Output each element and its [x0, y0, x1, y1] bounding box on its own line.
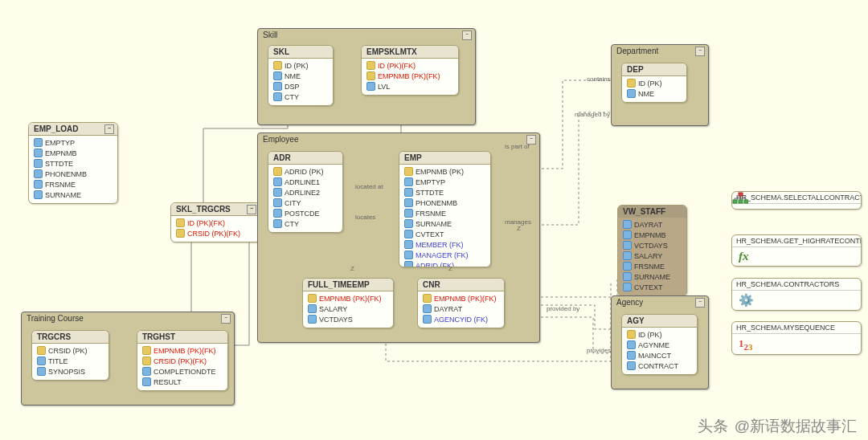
entity-body: CRSID (PK)TITLESYNOPSIS: [32, 344, 108, 380]
group-skill[interactable]: Skill− SKL ID (PK)NMEDSPCTY EMPSKLMTX ID…: [257, 28, 476, 125]
column: ID (PK): [627, 330, 692, 340]
column: VCTDAYS: [623, 241, 682, 251]
column: DAYRAT: [423, 304, 499, 315]
schema-object[interactable]: HR_SCHEMA.CONTRACTORS⚙️: [731, 278, 862, 311]
column: STTDTE: [34, 159, 113, 169]
minimize-icon[interactable]: −: [695, 298, 705, 308]
column: ID (PK): [627, 79, 682, 89]
column: CRSID (PK): [37, 346, 104, 356]
entity-emp[interactable]: EMP EMPNMB (PK)EMPTYPSTTDTEPHONENMBFRSNM…: [399, 151, 491, 267]
column: EMPNMB (PK)(FK): [366, 71, 453, 82]
schema-type-icon: 123: [732, 334, 861, 354]
column: POSTCDE: [273, 209, 338, 219]
column: DAYRAT: [623, 220, 682, 230]
schema-object[interactable]: HR_SCHEMA.SELECTALLCONTRACTORS: [731, 191, 862, 210]
column: MAINCCT: [627, 351, 692, 361]
entity-header: EMP: [399, 152, 490, 165]
entity-trghst[interactable]: TRGHST EMPNMB (PK)(FK)CRSID (PK)(FK)COMP…: [137, 330, 228, 391]
column: EMPNMB (PK): [404, 167, 485, 177]
column: ID (PK): [273, 61, 328, 71]
column: RESULT: [142, 377, 223, 388]
schema-type-icon: [732, 204, 861, 209]
column: EMPNMB: [623, 230, 682, 241]
entity-trgcrs[interactable]: TRGCRS CRSID (PK)TITLESYNOPSIS: [31, 330, 109, 381]
column: ADRID (PK): [273, 167, 338, 177]
entity-body: EMPNMB (PK)(FK)DAYRATAGENCYID (FK): [418, 291, 504, 328]
column: SURNAME: [404, 219, 485, 230]
column: CRSID (PK)(FK): [142, 356, 223, 367]
watermark: 头条@新语数据故事汇: [698, 416, 857, 437]
entity-skl-trgcrs[interactable]: SKL_TRGCRS− ID (PK)(FK)CRSID (PK)(FK): [170, 202, 260, 242]
column: AGYNME: [627, 340, 692, 351]
column: EMPNMB (PK)(FK): [423, 294, 499, 304]
schema-name: HR_SCHEMA.CONTRACTORS: [732, 279, 861, 291]
entity-body: ID (PK)NME: [622, 76, 686, 102]
entity-adr[interactable]: ADR ADRID (PK)ADRLINE1ADRLINE2CITYPOSTCD…: [268, 151, 343, 233]
column: TITLE: [37, 356, 104, 367]
group-agency[interactable]: Agency− AGY ID (PK)AGYNMEMAINCCTCONTRACT: [611, 295, 709, 389]
entity-header: VW_STAFF: [618, 206, 686, 218]
entity-header: CNR: [418, 279, 504, 291]
column: MANAGER (FK): [404, 251, 485, 261]
entity-body: EMPTYPEMPNMBSTTDTEPHONENMBFRSNMESURNAME: [29, 136, 117, 203]
minimize-icon[interactable]: −: [695, 47, 705, 56]
schema-type-icon: ⚙️: [732, 291, 861, 310]
entity-body: ID (PK)AGYNMEMAINCCTCONTRACT: [622, 328, 697, 374]
entity-body: ID (PK)NMEDSPCTY: [268, 59, 333, 105]
entity-skl[interactable]: SKL ID (PK)NMEDSPCTY: [268, 45, 334, 106]
entity-body: ID (PK)(FK)CRSID (PK)(FK): [171, 216, 260, 242]
column: EMPNMB (PK)(FK): [142, 346, 223, 356]
column: EMPNMB: [34, 149, 113, 159]
entity-agy[interactable]: AGY ID (PK)AGYNMEMAINCCTCONTRACT: [621, 314, 698, 375]
column: PHONENMB: [404, 198, 485, 209]
entity-empsklmtx[interactable]: EMPSKLMTX ID (PK)(FK)EMPNMB (PK)(FK)LVL: [361, 45, 459, 96]
entity-emp-load[interactable]: EMP_LOAD− EMPTYPEMPNMBSTTDTEPHONENMBFRSN…: [28, 122, 118, 204]
minimize-icon[interactable]: −: [247, 205, 256, 214]
column: CVTEXT: [404, 230, 485, 240]
schema-name: HR_SCHEMA.GET_HIGHRATECONTRACTORS: [732, 235, 861, 247]
column: EMPTYP: [34, 138, 113, 149]
group-department[interactable]: Department− DEP ID (PK)NME: [611, 44, 709, 126]
column: AGENCYID (FK): [423, 315, 499, 325]
entity-header: SKL: [268, 46, 333, 59]
minimize-icon[interactable]: −: [221, 314, 231, 324]
column: CTY: [273, 219, 338, 230]
minimize-icon[interactable]: −: [104, 124, 114, 134]
group-title: Training Course−: [22, 312, 234, 324]
column: ADRLINE1: [273, 177, 338, 188]
entity-dep[interactable]: DEP ID (PK)NME: [621, 63, 687, 103]
column: CRSID (PK)(FK): [176, 229, 255, 239]
column: EMPTYP: [404, 177, 485, 188]
column: SURNAME: [34, 190, 113, 201]
minimize-icon[interactable]: −: [462, 31, 472, 40]
rel-locates: locates: [355, 214, 375, 221]
column: ADRLINE2: [273, 188, 338, 198]
column: CTY: [273, 92, 328, 103]
group-title: Skill−: [258, 29, 475, 41]
rel-z3: Z: [517, 225, 521, 232]
entity-header: EMP_LOAD−: [29, 123, 117, 136]
group-title: Department−: [612, 45, 708, 57]
entity-body: ID (PK)(FK)EMPNMB (PK)(FK)LVL: [362, 59, 458, 95]
group-training-course[interactable]: Training Course− TRGCRS CRSID (PK)TITLES…: [21, 312, 235, 405]
entity-header: TRGCRS: [32, 331, 108, 344]
schema-name: HR_SCHEMA.SELECTALLCONTRACTORS: [732, 192, 861, 204]
column: SURNAME: [623, 272, 682, 283]
schema-object[interactable]: HR_SCHEMA.MYSEQUENCE123: [731, 321, 862, 355]
column: FRSNME: [623, 262, 682, 272]
group-employee[interactable]: Employee− ADR ADRID (PK)ADRLINE1ADRLINE2…: [257, 132, 540, 343]
entity-full-timeemp[interactable]: FULL_TIMEEMP EMPNMB (PK)(FK)SALARYVCTDAY…: [302, 278, 394, 328]
column: SALARY: [623, 251, 682, 262]
schema-object[interactable]: HR_SCHEMA.GET_HIGHRATECONTRACTORSfx: [731, 234, 862, 267]
column: LVL: [366, 82, 453, 92]
column: EMPNMB (PK)(FK): [308, 294, 388, 304]
column: STTDTE: [404, 188, 485, 198]
entity-cnr[interactable]: CNR EMPNMB (PK)(FK)DAYRATAGENCYID (FK): [417, 278, 505, 328]
rel-contains: contains: [587, 75, 611, 83]
rel-provided: provided by: [547, 305, 579, 312]
entity-vw-staff[interactable]: VW_STAFF DAYRATEMPNMBVCTDAYSSALARYFRSNME…: [617, 205, 687, 296]
schema-name: HR_SCHEMA.MYSEQUENCE: [732, 322, 861, 334]
rel-z2: Z: [448, 265, 452, 272]
group-title: Agency−: [612, 296, 708, 308]
column: VCTDAYS: [308, 315, 388, 325]
